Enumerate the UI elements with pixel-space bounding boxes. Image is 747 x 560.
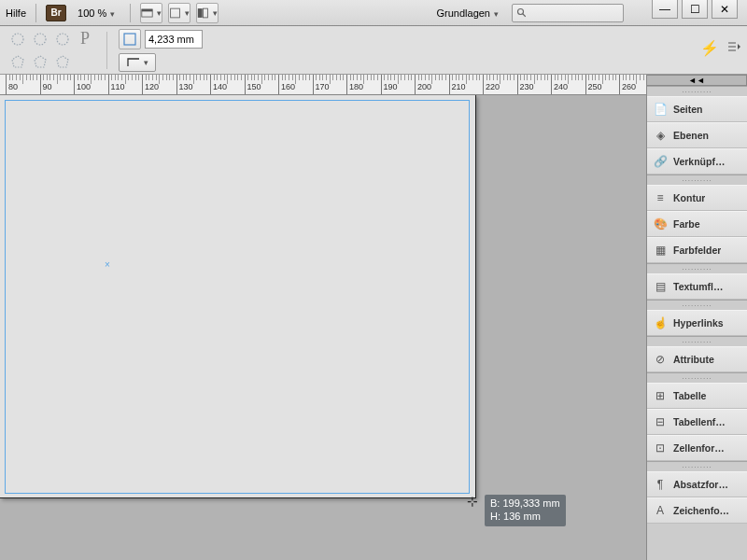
search-field[interactable] <box>512 4 624 22</box>
panel-label: Seiten <box>673 104 703 115</box>
panel-label: Tabellenf… <box>673 416 726 427</box>
panel-hyperlinks[interactable]: ☝Hyperlinks <box>647 310 747 336</box>
parafmt-icon: ¶ <box>653 477 668 492</box>
corner-shape-dropdown[interactable] <box>119 53 156 72</box>
panel-label: Tabelle <box>673 390 706 401</box>
layers-icon: ◈ <box>653 128 668 143</box>
options-bar: P 4,233 mm ⚡ <box>0 26 747 75</box>
panel-group-grip[interactable] <box>647 301 747 310</box>
tablefmt-icon: ⊟ <box>653 414 668 429</box>
svg-marker-11 <box>35 56 46 67</box>
ellipse-icon[interactable] <box>30 29 50 49</box>
color-icon: 🎨 <box>653 217 668 231</box>
pages-icon: 📄 <box>653 102 668 117</box>
swatches-icon: ▦ <box>653 243 668 258</box>
panel-label: Hyperlinks <box>673 317 724 329</box>
panel-kontur[interactable]: ≡Kontur <box>647 185 747 211</box>
panel-farbe[interactable]: 🎨Farbe <box>647 211 747 237</box>
panel-label: Textumfl… <box>673 281 723 292</box>
window-buttons: — ☐ ✕ <box>652 0 738 19</box>
workspace-dropdown[interactable]: Grundlagen <box>430 6 507 21</box>
stroke-icon: ≡ <box>653 190 668 205</box>
cellfmt-icon: ⊡ <box>653 441 668 455</box>
svg-point-5 <box>518 8 524 14</box>
screen-mode-dropdown[interactable] <box>140 3 162 23</box>
ellipse-icon[interactable] <box>7 29 28 49</box>
svg-line-6 <box>523 13 526 16</box>
panel-group-grip[interactable] <box>647 337 747 346</box>
corner-options-icon[interactable] <box>119 29 141 49</box>
panel-group-grip[interactable] <box>647 264 747 273</box>
horizontal-ruler[interactable]: 8090100110120130140150160170180190200210… <box>0 75 646 95</box>
quick-apply-icon[interactable]: ⚡ <box>700 39 719 57</box>
title-bar: Hilfe Br 100 % Grundlagen <box>0 0 747 26</box>
separator <box>35 4 36 22</box>
svg-rect-2 <box>171 8 180 18</box>
charfmt-icon: A <box>653 503 668 518</box>
svg-rect-1 <box>142 8 152 10</box>
panel-group-grip[interactable] <box>647 87 747 96</box>
arrange-dropdown[interactable] <box>168 3 190 23</box>
panel-dock: 📄Seiten◈Ebenen🔗Verknüpf…≡Kontur🎨Farbe▦Fa… <box>646 86 747 560</box>
page[interactable]: × <box>0 95 476 498</box>
zoom-dropdown[interactable]: 100 % <box>72 6 120 21</box>
bridge-badge[interactable]: Br <box>46 5 66 21</box>
panel-group-grip[interactable] <box>647 373 747 383</box>
textwrap-icon: ▤ <box>653 279 668 294</box>
canvas-area[interactable]: × ⊹ B: 199,333 mm H: 136 mm <box>0 95 646 560</box>
svg-point-9 <box>57 34 68 45</box>
panel-zeichenfo[interactable]: AZeichenfo… <box>647 497 747 524</box>
svg-point-8 <box>35 34 46 45</box>
panel-label: Zeichenfo… <box>673 505 729 516</box>
panel-verknpf[interactable]: 🔗Verknüpf… <box>647 148 747 175</box>
anchor-marker: × <box>105 259 110 270</box>
help-menu[interactable]: Hilfe <box>6 7 26 19</box>
panel-label: Ebenen <box>673 130 709 141</box>
frame-being-drawn[interactable] <box>5 100 470 494</box>
svg-rect-13 <box>124 34 135 45</box>
panel-farbfelder[interactable]: ▦Farbfelder <box>647 237 747 263</box>
polygon-icon[interactable] <box>52 51 73 72</box>
table-icon: ⊞ <box>653 388 668 403</box>
separator <box>106 32 107 69</box>
separator <box>130 4 131 22</box>
dimensions-tooltip: B: 199,333 mm H: 136 mm <box>485 495 566 526</box>
links-icon: 🔗 <box>653 154 668 169</box>
panel-ebenen[interactable]: ◈Ebenen <box>647 122 747 148</box>
polygon-icon[interactable] <box>30 51 50 72</box>
corner-size-field[interactable]: 4,233 mm <box>145 30 203 49</box>
panel-label: Farbfelder <box>673 245 721 256</box>
panel-label: Kontur <box>673 192 705 203</box>
panel-label: Attribute <box>673 354 714 365</box>
panel-group-grip[interactable] <box>647 462 747 471</box>
panel-label: Farbe <box>673 218 700 230</box>
attributes-icon: ⊘ <box>653 352 668 367</box>
svg-rect-3 <box>198 8 203 18</box>
svg-point-7 <box>12 34 23 45</box>
panel-label: Verknüpf… <box>673 156 725 167</box>
polygon-icon[interactable] <box>7 51 28 72</box>
panel-expand-handle[interactable]: ◄◄ <box>646 75 747 86</box>
hyperlinks-icon: ☝ <box>653 315 668 330</box>
minimize-button[interactable]: — <box>652 0 678 19</box>
panel-tabelle[interactable]: ⊞Tabelle <box>647 383 747 409</box>
panel-attribute[interactable]: ⊘Attribute <box>647 346 747 372</box>
svg-rect-4 <box>204 8 208 18</box>
crosshair-cursor-icon: ⊹ <box>467 494 478 509</box>
panel-group-grip[interactable] <box>647 175 747 185</box>
type-tool-icon[interactable]: P <box>75 29 95 49</box>
panel-tabellenf[interactable]: ⊟Tabellenf… <box>647 409 747 435</box>
panel-label: Absatzfor… <box>673 479 728 490</box>
panel-seiten[interactable]: 📄Seiten <box>647 96 747 122</box>
panel-menu-icon[interactable] <box>726 39 741 54</box>
panel-absatzfor[interactable]: ¶Absatzfor… <box>647 471 747 497</box>
ellipse-icon[interactable] <box>52 29 73 49</box>
panel-label: Zellenfor… <box>673 442 725 454</box>
maximize-button[interactable]: ☐ <box>682 0 708 19</box>
panel-textumfl[interactable]: ▤Textumfl… <box>647 273 747 300</box>
svg-marker-12 <box>57 56 68 67</box>
view-options-dropdown[interactable] <box>196 3 218 23</box>
close-button[interactable]: ✕ <box>712 0 738 19</box>
panel-zellenfor[interactable]: ⊡Zellenfor… <box>647 435 747 461</box>
shape-tools-grid: P <box>7 29 95 72</box>
